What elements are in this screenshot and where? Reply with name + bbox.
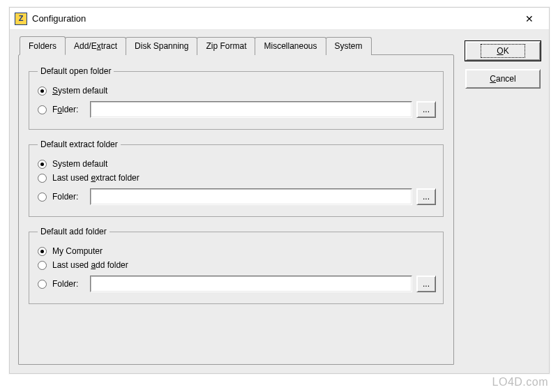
tab-miscellaneous[interactable]: Miscellaneous — [255, 37, 326, 55]
radio-label-extract-system[interactable]: System default — [52, 159, 107, 169]
radio-label-add-my-computer[interactable]: My Computer — [52, 246, 103, 256]
tab-system[interactable]: System — [326, 37, 372, 55]
radio-label-open-folder[interactable]: Folder: — [52, 105, 87, 114]
tab-folders[interactable]: Folders — [20, 36, 66, 55]
radio-add-last-used[interactable] — [38, 261, 47, 270]
group-legend-add: Default add folder — [38, 227, 110, 236]
input-extract-folder-path[interactable] — [90, 188, 412, 205]
client-area: Folders Add/Extract Disk Spanning Zip Fo… — [18, 37, 541, 365]
watermark: LO4D.com — [492, 377, 548, 388]
window-title: Configuration — [32, 13, 515, 24]
radio-add-folder[interactable] — [38, 280, 47, 289]
radio-label-extract-folder[interactable]: Folder: — [52, 192, 87, 202]
group-default-open-folder: Default open folder System default Folde… — [29, 66, 444, 130]
radio-label-extract-last[interactable]: Last used extract folder — [52, 173, 140, 183]
tab-add-extract[interactable]: Add/Extract — [65, 37, 126, 55]
ok-button[interactable]: OK — [465, 41, 541, 61]
configuration-dialog: Z Configuration ✕ Folders Add/Extract Di… — [9, 7, 550, 374]
radio-label-open-system[interactable]: System default — [52, 86, 107, 96]
group-default-extract-folder: Default extract folder System default La… — [29, 140, 444, 217]
cancel-button[interactable]: Cancel — [465, 69, 541, 89]
tab-zip-format[interactable]: Zip Format — [197, 37, 255, 55]
radio-extract-folder[interactable] — [38, 193, 47, 202]
tabpanel-folders: Default open folder System default Folde… — [18, 54, 454, 365]
input-add-folder-path[interactable] — [90, 276, 412, 292]
browse-extract-folder-button[interactable]: ... — [416, 188, 436, 205]
titlebar[interactable]: Z Configuration ✕ — [10, 8, 549, 30]
radio-extract-last-used[interactable] — [38, 174, 47, 183]
browse-open-folder-button[interactable]: ... — [416, 101, 436, 118]
browse-add-folder-button[interactable]: ... — [416, 276, 436, 292]
group-default-add-folder: Default add folder My Computer Last used… — [29, 227, 444, 304]
close-icon[interactable]: ✕ — [515, 10, 543, 27]
tab-disk-spanning[interactable]: Disk Spanning — [126, 37, 197, 55]
radio-open-system-default[interactable] — [38, 86, 47, 96]
radio-open-folder[interactable] — [38, 105, 47, 114]
radio-extract-system-default[interactable] — [38, 160, 47, 169]
app-icon: Z — [15, 13, 27, 24]
tabs-area: Folders Add/Extract Disk Spanning Zip Fo… — [18, 37, 454, 365]
side-buttons: OK Cancel — [465, 37, 541, 365]
group-legend-open: Default open folder — [38, 66, 114, 76]
radio-label-add-folder[interactable]: Folder: — [52, 279, 87, 289]
radio-label-add-last[interactable]: Last used add folder — [52, 260, 128, 270]
tabstrip: Folders Add/Extract Disk Spanning Zip Fo… — [20, 37, 454, 55]
input-open-folder-path[interactable] — [90, 101, 412, 118]
group-legend-extract: Default extract folder — [38, 140, 121, 149]
radio-add-my-computer[interactable] — [38, 247, 47, 256]
